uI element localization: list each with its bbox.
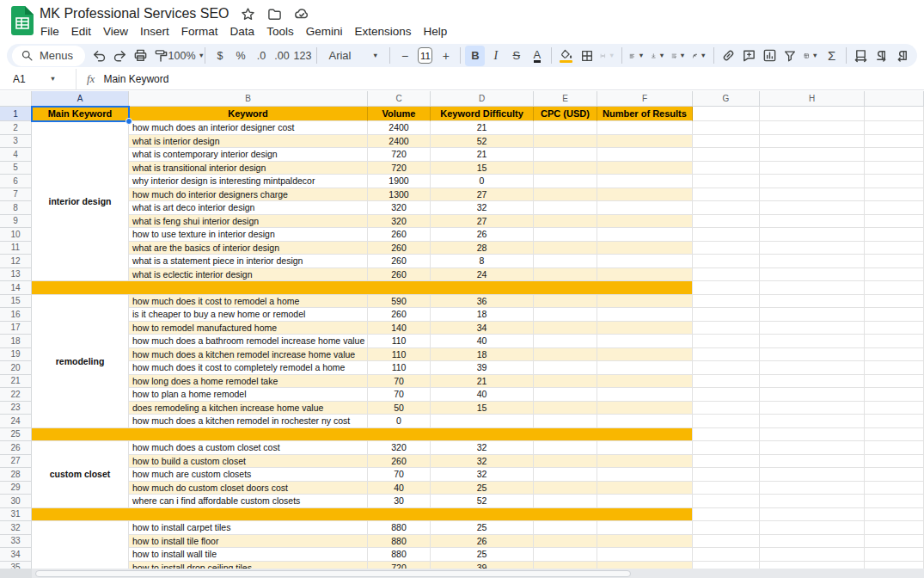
cell-I4[interactable] xyxy=(865,148,924,162)
cell-H28[interactable] xyxy=(760,468,865,482)
row-header-22[interactable]: 22 xyxy=(0,388,32,402)
cell-D32[interactable]: 25 xyxy=(431,521,534,535)
row-header-28[interactable]: 28 xyxy=(0,468,32,482)
row-header-9[interactable]: 9 xyxy=(0,215,32,229)
cell-B4[interactable]: what is contemporary interior design xyxy=(129,148,368,162)
cell-C34[interactable]: 880 xyxy=(368,548,431,562)
cell-B22[interactable]: how to plan a home remodel xyxy=(129,388,368,402)
cell-G34[interactable] xyxy=(693,548,760,562)
column-header-F[interactable]: F xyxy=(597,91,693,107)
cell-H17[interactable] xyxy=(760,322,865,335)
cell-I27[interactable] xyxy=(865,455,924,469)
fill-color-button[interactable] xyxy=(556,46,576,66)
cell-B13[interactable]: what is eclectic interior design xyxy=(129,268,368,282)
text-direction-ltr-button[interactable] xyxy=(872,46,891,66)
cell-E8[interactable] xyxy=(534,201,597,215)
row-header-26[interactable]: 26 xyxy=(0,441,32,455)
document-title[interactable]: MK Professional Services SEO xyxy=(40,6,229,22)
cell-G25[interactable] xyxy=(693,428,760,442)
row-header-18[interactable]: 18 xyxy=(0,335,32,348)
strikethrough-button[interactable]: S xyxy=(506,46,526,66)
increase-decimal-button[interactable]: .00 xyxy=(272,46,291,66)
cell-E33[interactable] xyxy=(534,535,597,549)
cell-F27[interactable] xyxy=(597,455,693,469)
cell-G29[interactable] xyxy=(693,482,760,495)
cell-F29[interactable] xyxy=(597,482,693,495)
row-header-2[interactable]: 2 xyxy=(0,121,32,135)
move-folder-icon[interactable] xyxy=(267,6,283,22)
cell-G22[interactable] xyxy=(693,388,760,402)
cell-C7[interactable]: 1300 xyxy=(368,188,431,202)
create-filter-button[interactable] xyxy=(780,46,800,66)
cell-C9[interactable]: 320 xyxy=(368,215,431,229)
cell-B5[interactable]: what is transitional interior design xyxy=(129,162,368,175)
horizontal-scrollbar[interactable] xyxy=(0,569,924,578)
cell-H4[interactable] xyxy=(760,148,865,162)
cell-H12[interactable] xyxy=(760,255,865,268)
cell-F12[interactable] xyxy=(597,255,693,268)
cell-E4[interactable] xyxy=(534,148,597,162)
cell-C22[interactable]: 70 xyxy=(368,388,431,402)
cell-I13[interactable] xyxy=(865,268,924,282)
cell-H34[interactable] xyxy=(760,548,865,562)
cell-I1[interactable] xyxy=(865,107,924,121)
cell-D34[interactable]: 25 xyxy=(431,548,534,562)
cell-B3[interactable]: what is interior design xyxy=(129,135,368,149)
cell-D16[interactable]: 18 xyxy=(431,308,534,322)
cell-B9[interactable]: what is feng shui interior design xyxy=(129,215,368,229)
cell-D11[interactable]: 28 xyxy=(431,242,534,255)
cell-H8[interactable] xyxy=(760,201,865,215)
decrease-decimal-button[interactable]: .0 xyxy=(251,46,271,66)
sheets-logo-icon[interactable] xyxy=(11,6,34,35)
cell-I29[interactable] xyxy=(865,482,924,495)
row-header-30[interactable]: 30 xyxy=(0,495,32,508)
cell-C33[interactable]: 880 xyxy=(368,535,431,549)
cell-G16[interactable] xyxy=(693,308,760,322)
cell-D20[interactable]: 39 xyxy=(431,361,534,375)
cell-E16[interactable] xyxy=(534,308,597,322)
cell-C15[interactable]: 590 xyxy=(368,295,431,309)
cell-I14[interactable] xyxy=(865,281,924,295)
column-header-A[interactable]: A xyxy=(32,91,129,107)
cell-D35[interactable]: 39 xyxy=(431,562,534,569)
cell-F17[interactable] xyxy=(597,322,693,335)
cell-I9[interactable] xyxy=(865,215,924,229)
horizontal-align-button[interactable]: ▼ xyxy=(627,46,646,66)
cell-G20[interactable] xyxy=(693,361,760,375)
cell-I33[interactable] xyxy=(865,535,924,549)
cell-B11[interactable]: what are the basics of interior design xyxy=(129,242,368,255)
cell-F28[interactable] xyxy=(597,468,693,482)
row-header-5[interactable]: 5 xyxy=(0,162,32,175)
separator-row-25[interactable] xyxy=(32,428,693,442)
cell-B12[interactable]: what is a statement piece in interior de… xyxy=(129,255,368,268)
cell-H3[interactable] xyxy=(760,135,865,149)
cell-C17[interactable]: 140 xyxy=(368,322,431,335)
cell-E28[interactable] xyxy=(534,468,597,482)
column-header-H[interactable]: H xyxy=(760,91,865,107)
cell-H1[interactable] xyxy=(760,107,865,121)
percent-format-button[interactable]: % xyxy=(230,46,250,66)
cell-D19[interactable]: 18 xyxy=(431,348,534,362)
merged-cell-custom-closet[interactable]: custom closet xyxy=(32,441,129,508)
cell-E26[interactable] xyxy=(534,441,597,455)
cell-G31[interactable] xyxy=(693,508,760,522)
cell-F2[interactable] xyxy=(597,121,693,135)
cell-G26[interactable] xyxy=(693,441,760,455)
cell-B23[interactable]: does remodeling a kitchen increase home … xyxy=(129,402,368,415)
cell-B19[interactable]: how much does a kitchen remodel increase… xyxy=(129,348,368,362)
redo-button[interactable] xyxy=(110,46,130,66)
menu-file[interactable]: File xyxy=(34,24,65,39)
cell-H22[interactable] xyxy=(760,388,865,402)
cell-H6[interactable] xyxy=(760,175,865,188)
cell-I24[interactable] xyxy=(865,415,924,428)
cell-D21[interactable]: 21 xyxy=(431,375,534,389)
more-formats-button[interactable]: 123 xyxy=(292,46,312,66)
cell-E27[interactable] xyxy=(534,455,597,469)
separator-row-31[interactable] xyxy=(32,508,693,522)
cell-I23[interactable] xyxy=(865,402,924,415)
cell-H29[interactable] xyxy=(760,482,865,495)
cell-B35[interactable]: how to install drop ceiling tiles xyxy=(129,562,368,569)
cell-C8[interactable]: 320 xyxy=(368,201,431,215)
cell-G27[interactable] xyxy=(693,455,760,469)
row-header-1[interactable]: 1 xyxy=(0,107,32,121)
